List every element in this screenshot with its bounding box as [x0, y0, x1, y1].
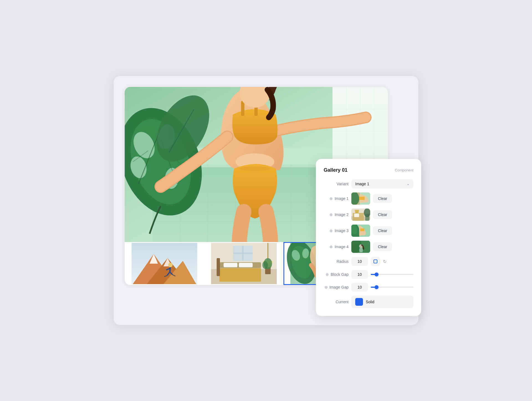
svg-point-69	[262, 261, 268, 269]
svg-rect-58	[239, 263, 253, 267]
chevron-down-icon: ⌄	[407, 182, 410, 186]
clear-image-4-button[interactable]: Clear	[373, 242, 392, 251]
image-3-label-group: ⊕ Image 3	[324, 228, 349, 233]
radius-input[interactable]	[351, 257, 368, 266]
variant-value: Image 1	[355, 182, 369, 186]
image-2-row: ⊕ Image 2 Clear	[324, 209, 413, 221]
image-gap-slider-wrapper	[371, 287, 413, 288]
block-gap-input[interactable]	[351, 270, 368, 279]
variant-row: Variant Image 1 ⌄	[324, 179, 413, 189]
svg-line-46	[170, 267, 170, 272]
block-gap-slider-wrapper	[371, 274, 413, 275]
current-value: Solid	[366, 300, 374, 304]
radius-label: Radius	[324, 259, 349, 264]
variant-label: Variant	[324, 182, 349, 186]
svg-rect-59	[219, 268, 261, 282]
image-1-label: Image 1	[334, 196, 349, 201]
refresh-icon[interactable]: ↻	[383, 259, 387, 264]
clear-image-3-button[interactable]: Clear	[373, 226, 392, 235]
square-icon	[373, 259, 378, 264]
radius-row: Radius ↻	[324, 257, 413, 266]
plus-icon-3: ⊕	[329, 228, 333, 233]
image-4-label: Image 4	[334, 245, 349, 249]
image-4-row: ⊕ Image 4 Clear	[324, 241, 413, 253]
image-gap-input[interactable]	[351, 283, 368, 292]
image-1-label-group: ⊕ Image 1	[324, 196, 349, 201]
current-pill[interactable]: Solid	[351, 295, 413, 308]
block-gap-slider[interactable]	[371, 274, 413, 275]
svg-point-45	[168, 263, 173, 267]
image-1-thumbnail[interactable]	[351, 192, 370, 205]
panel-header: Gallery 01 Component	[324, 167, 413, 173]
svg-rect-60	[217, 258, 220, 276]
image-4-thumbnail[interactable]	[351, 241, 370, 253]
properties-panel: Gallery 01 Component Variant Image 1 ⌄ ⊕…	[316, 159, 421, 316]
clear-image-1-button[interactable]: Clear	[373, 194, 392, 203]
clear-image-2-button[interactable]: Clear	[373, 210, 392, 219]
variant-dropdown[interactable]: Image 1 ⌄	[351, 179, 413, 189]
image-1-row: ⊕ Image 1 Clear	[324, 192, 413, 205]
image-4-label-group: ⊕ Image 4	[324, 245, 349, 249]
image-2-label: Image 2	[334, 212, 349, 217]
main-container: Gallery 01 Component Variant Image 1 ⌄ ⊕…	[114, 76, 418, 325]
svg-rect-83	[359, 197, 365, 200]
plus-icon-1: ⊕	[329, 196, 333, 201]
plus-icon-4: ⊕	[329, 245, 333, 249]
svg-rect-101	[374, 260, 377, 263]
panel-title: Gallery 01	[324, 167, 347, 173]
thumbnail-1[interactable]	[125, 242, 204, 285]
image-3-label: Image 3	[334, 228, 349, 233]
current-color-swatch	[355, 298, 363, 306]
image-3-row: ⊕ Image 3 Clear	[324, 225, 413, 237]
block-gap-label: Block Gap	[331, 272, 349, 277]
panel-badge: Component	[395, 168, 413, 172]
image-2-label-group: ⊕ Image 2	[324, 212, 349, 217]
image-gap-label-group: ⊕ Image Gap	[324, 285, 349, 289]
plus-icon-2: ⊕	[329, 212, 333, 217]
plus-icon-block-gap: ⊕	[326, 272, 329, 277]
image-gap-row: ⊕ Image Gap	[324, 283, 413, 292]
plus-icon-image-gap: ⊕	[324, 285, 328, 289]
svg-rect-95	[360, 228, 364, 231]
block-gap-row: ⊕ Block Gap	[324, 270, 413, 279]
image-gap-label: Image Gap	[329, 285, 349, 289]
svg-rect-57	[224, 263, 237, 267]
radius-square-button[interactable]	[371, 257, 380, 266]
image-3-thumbnail[interactable]	[351, 225, 370, 237]
image-gap-slider[interactable]	[371, 287, 413, 288]
svg-marker-89	[355, 210, 359, 213]
current-row: Current Solid	[324, 295, 413, 308]
svg-rect-87	[354, 214, 359, 217]
svg-rect-34	[241, 101, 244, 116]
thumbnail-2[interactable]	[204, 242, 284, 285]
svg-point-38	[240, 166, 270, 171]
image-2-thumbnail[interactable]	[351, 209, 370, 221]
block-gap-label-group: ⊕ Block Gap	[324, 272, 349, 277]
current-label: Current	[324, 300, 349, 304]
